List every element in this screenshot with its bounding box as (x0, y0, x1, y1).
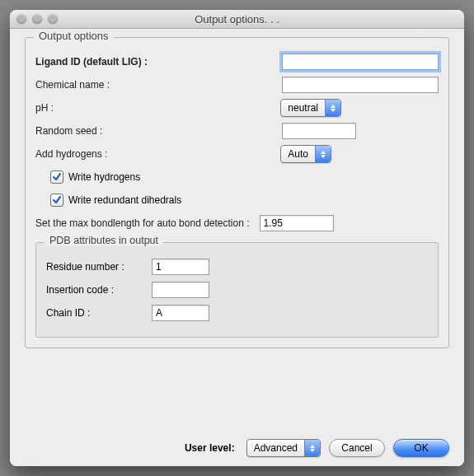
random-seed-label: Random seed : (35, 125, 102, 137)
chevrons-icon (315, 146, 331, 162)
checkbox-box (50, 194, 63, 207)
user-level-label: User level: (185, 442, 235, 454)
residue-number-label: Residue number : (46, 261, 145, 273)
ph-select[interactable]: neutral (280, 99, 341, 117)
insertion-code-label: Insertion code : (46, 284, 145, 296)
cancel-button[interactable]: Cancel (329, 439, 385, 457)
write-hydrogens-checkbox[interactable]: Write hydrogens (50, 170, 140, 184)
check-icon (52, 172, 62, 182)
ok-button[interactable]: OK (393, 439, 449, 457)
output-options-group: Output options Ligand ID (default LIG) :… (25, 37, 449, 348)
window-controls (10, 14, 58, 24)
chevrons-icon (325, 100, 340, 116)
add-hydrogens-select[interactable]: Auto (280, 145, 331, 163)
chemical-name-label: Chemical name : (35, 79, 110, 91)
insertion-code-input[interactable] (152, 282, 209, 298)
write-hydrogens-label: Write hydrogens (68, 171, 140, 183)
write-redundant-label: Write redundant dihedrals (68, 194, 181, 206)
chemical-name-input[interactable] (282, 77, 439, 93)
ph-select-value: neutral (288, 102, 325, 114)
chain-id-label: Chain ID : (46, 307, 145, 319)
window-title: Output options. . . (10, 13, 464, 26)
max-bondlength-input[interactable] (260, 215, 334, 231)
dialog-footer: User level: Advanced Cancel OK (25, 426, 449, 457)
close-window-button[interactable] (16, 14, 26, 24)
zoom-window-button[interactable] (48, 14, 58, 24)
add-hydrogens-value: Auto (288, 148, 315, 160)
add-hydrogens-label: Add hydrogens : (35, 148, 107, 160)
random-seed-input[interactable] (282, 123, 356, 139)
minimize-window-button[interactable] (32, 14, 42, 24)
titlebar: Output options. . . (10, 10, 464, 29)
ph-label: pH : (35, 102, 54, 114)
user-level-select[interactable]: Advanced (246, 439, 321, 457)
dialog-body: Output options Ligand ID (default LIG) :… (10, 29, 464, 466)
ligand-id-input[interactable] (282, 54, 439, 70)
output-options-legend: Output options (34, 30, 114, 42)
pdb-attributes-group: PDB attributes in output Residue number … (35, 242, 439, 338)
ligand-id-label: Ligand ID (default LIG) : (35, 56, 148, 68)
chevrons-icon (304, 440, 320, 456)
pdb-attributes-legend: PDB attributes in output (45, 235, 163, 246)
residue-number-input[interactable] (152, 259, 209, 275)
max-bondlength-label: Set the max bondlength for auto bond det… (35, 217, 250, 229)
checkbox-box (50, 170, 63, 184)
user-level-value: Advanced (254, 442, 304, 454)
check-icon (52, 195, 62, 205)
ok-button-label: OK (414, 442, 428, 454)
chain-id-input[interactable] (152, 305, 209, 321)
cancel-button-label: Cancel (341, 442, 372, 454)
write-redundant-checkbox[interactable]: Write redundant dihedrals (50, 194, 181, 207)
dialog-window: Output options. . . Output options Ligan… (10, 10, 464, 466)
